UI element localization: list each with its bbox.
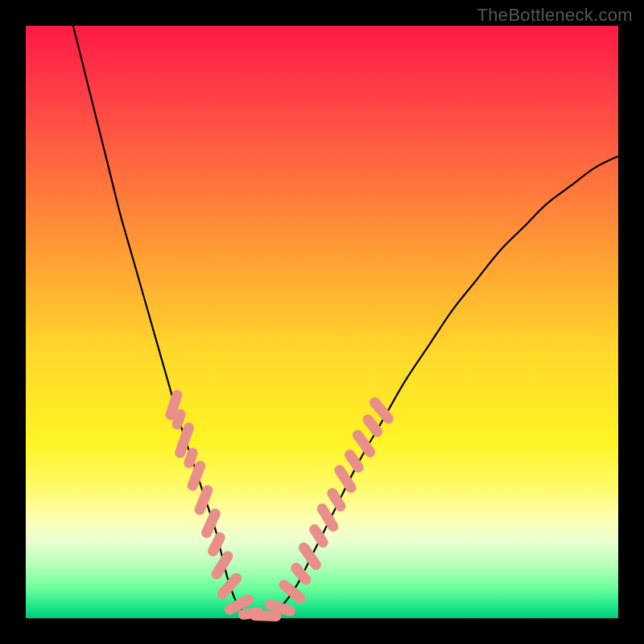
background-gradient	[26, 26, 618, 618]
svg-rect-0	[26, 26, 618, 618]
watermark-text: TheBottleneck.com	[477, 5, 633, 26]
chart-frame	[26, 26, 618, 618]
plot-area	[26, 26, 618, 618]
